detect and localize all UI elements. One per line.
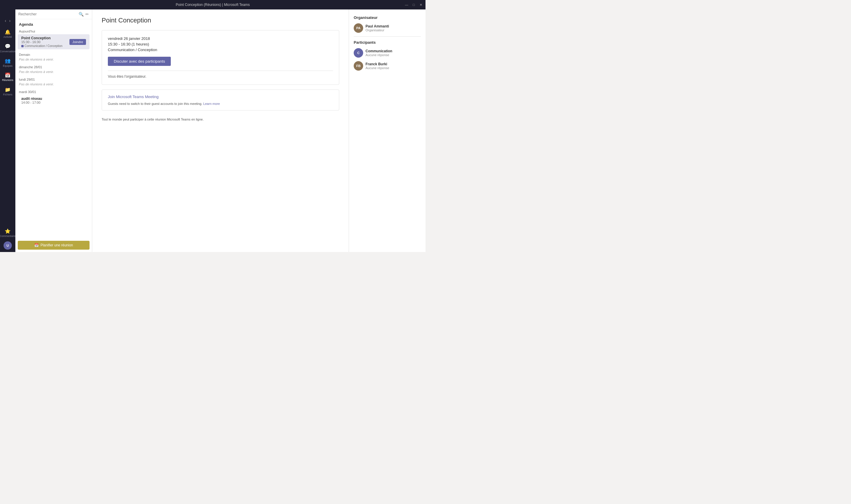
compose-icon[interactable]: ✏	[85, 12, 89, 17]
meeting-detail-title: Point Conception	[102, 17, 339, 24]
day-section-mardi: mardi 30/01 audit réseau 14:00 - 17:00	[15, 88, 92, 108]
sidebar-icons: ‹ › 🔔 Activité 💬 Conversation 👥 Équipes …	[0, 10, 15, 252]
day-section-today: Aujourd'hui Point Conception 15:30 - 16:…	[15, 28, 92, 51]
tag-dot	[21, 45, 24, 47]
sidebar-item-files[interactable]: 📁 Fichiers	[1, 85, 15, 98]
schedule-icon: 📅	[34, 243, 39, 247]
participant-row-franck: FB Franck Burki Aucune réponse	[354, 61, 421, 71]
organizer-role: Organisateur	[365, 29, 389, 32]
sidebar-item-activity[interactable]: 🔔 Activité	[1, 27, 15, 40]
participant-name-franck: Franck Burki	[365, 62, 389, 66]
day-section-dimanche: dimanche 28/01 Pas de réunions à venir.	[15, 64, 92, 76]
conversation-icon: 💬	[5, 43, 11, 49]
organizer-initials: PA	[356, 26, 361, 30]
window-controls: — □ ✕	[404, 2, 423, 7]
meeting-name-audit: audit réseau	[21, 96, 86, 101]
nav-forward-btn[interactable]: ›	[8, 18, 12, 24]
participants-section-title: Participants	[354, 40, 421, 44]
sidebar-label-files: Fichiers	[3, 93, 13, 96]
maximize-btn[interactable]: □	[411, 2, 416, 7]
window-title: Point Conception (Réunions) | Microsoft …	[176, 3, 250, 7]
close-btn[interactable]: ✕	[418, 2, 423, 7]
search-bar: 🔍 ✏	[15, 10, 92, 19]
no-meetings-lundi: Pas de réunions à venir.	[15, 82, 92, 87]
participant-avatar-franck: FB	[354, 61, 363, 71]
teams-icon: 👥	[5, 58, 11, 64]
day-label-demain: Demain	[15, 51, 92, 57]
right-panel: Organisateur PA Paul Ammanti Organisateu…	[349, 10, 426, 252]
meeting-info: Point Conception 15:30 - 16:30 Communica…	[21, 36, 62, 48]
user-avatar[interactable]: U	[3, 241, 12, 250]
tag-label: Communication / Conception	[24, 44, 62, 48]
organizer-info: Paul Ammanti Organisateur	[365, 24, 389, 32]
sidebar-label-meetings: Réunions	[2, 78, 13, 82]
learn-more-link[interactable]: Learn more	[203, 102, 220, 106]
minimize-btn[interactable]: —	[404, 2, 409, 7]
search-input[interactable]	[18, 12, 77, 16]
day-label-dimanche: dimanche 28/01	[15, 64, 92, 69]
schedule-label: Planifier une réunion	[40, 243, 73, 247]
participant-info-franck: Franck Burki Aucune réponse	[365, 62, 389, 70]
detail-time: 15:30 - 16:30 (1 heures)	[108, 42, 333, 47]
no-meetings-dimanche: Pas de réunions à venir.	[15, 69, 92, 75]
organizer-section-title: Organisateur	[354, 15, 421, 20]
main-content: Point Conception vendredi 26 janvier 201…	[92, 10, 349, 252]
sidebar-item-meetings[interactable]: 📅 Réunions	[1, 70, 15, 84]
divider	[354, 36, 421, 37]
meeting-item-audit[interactable]: audit réseau 14:00 - 17:00	[18, 95, 90, 106]
day-label-today: Aujourd'hui	[15, 28, 92, 34]
participant-initials-communication: C	[357, 51, 360, 55]
day-label-mardi: mardi 30/01	[15, 88, 92, 94]
app-container: ‹ › 🔔 Activité 💬 Conversation 👥 Équipes …	[0, 10, 426, 252]
commentaire-icon: ⭐	[5, 228, 11, 234]
calendar-panel: 🔍 ✏ Agenda Aujourd'hui Point Conception …	[15, 10, 92, 252]
day-label-lundi: lundi 29/01	[15, 76, 92, 82]
participant-name-communication: Communication	[365, 49, 393, 53]
join-teams-link[interactable]: Join Microsoft Teams Meeting	[108, 94, 333, 99]
participant-role-communication: Aucune réponse	[365, 53, 393, 57]
meeting-time: 15:30 - 16:30	[21, 40, 62, 44]
sidebar-label-activity: Activité	[3, 35, 12, 39]
detail-date: vendredi 26 janvier 2018	[108, 36, 333, 41]
sidebar-item-commentaire[interactable]: ⭐ Commentaire	[1, 226, 15, 239]
organizer-note: Vous êtes l'organisateur.	[108, 71, 333, 78]
guest-note: Guests need to switch to their guest acc…	[108, 102, 333, 106]
organizer-row: PA Paul Ammanti Organisateur	[354, 23, 421, 33]
meeting-item-inner: Point Conception 15:30 - 16:30 Communica…	[21, 36, 86, 48]
meetings-icon: 📅	[5, 72, 11, 78]
sidebar-label-teams: Équipes	[3, 65, 13, 68]
meeting-name: Point Conception	[21, 36, 62, 40]
sidebar-label-conversation: Conversation	[0, 50, 16, 53]
participant-row-communication: C Communication Aucune réponse	[354, 48, 421, 58]
search-icon[interactable]: 🔍	[78, 12, 84, 17]
no-meetings-demain: Pas de réunions à venir.	[15, 57, 92, 62]
files-icon: 📁	[5, 87, 11, 92]
titlebar: Point Conception (Réunions) | Microsoft …	[0, 0, 426, 10]
join-teams-section: Join Microsoft Teams Meeting Guests need…	[102, 90, 339, 110]
participant-initials-franck: FB	[356, 64, 361, 68]
meeting-tag: Communication / Conception	[21, 44, 62, 48]
participant-avatar-communication: C	[354, 48, 363, 58]
organizer-avatar: PA	[354, 23, 363, 33]
meeting-item-point-conception[interactable]: Point Conception 15:30 - 16:30 Communica…	[18, 34, 90, 49]
schedule-meeting-button[interactable]: 📅 Planifier une réunion	[18, 241, 90, 250]
participant-info-communication: Communication Aucune réponse	[365, 49, 393, 57]
meeting-time-audit: 14:00 - 17:00	[21, 101, 86, 104]
sidebar-item-conversation[interactable]: 💬 Conversation	[1, 42, 15, 55]
everyone-note: Tout le monde peut participer à cette ré…	[102, 115, 339, 124]
agenda-label: Agenda	[15, 19, 92, 28]
meeting-detail-card: vendredi 26 janvier 2018 15:30 - 16:30 (…	[102, 30, 339, 85]
organizer-name: Paul Ammanti	[365, 24, 389, 29]
discuss-button[interactable]: Discuter avec des participants	[108, 57, 171, 66]
activity-icon: 🔔	[5, 29, 11, 35]
sidebar-item-teams[interactable]: 👥 Équipes	[1, 56, 15, 69]
detail-channel: Communication / Conception	[108, 48, 333, 52]
sidebar-label-commentaire: Commentaire	[0, 235, 16, 238]
participant-role-franck: Aucune réponse	[365, 66, 389, 70]
join-button[interactable]: Joindre	[69, 39, 86, 45]
day-section-lundi: lundi 29/01 Pas de réunions à venir.	[15, 76, 92, 88]
nav-back-btn[interactable]: ‹	[3, 18, 7, 24]
day-section-demain: Demain Pas de réunions à venir.	[15, 51, 92, 64]
